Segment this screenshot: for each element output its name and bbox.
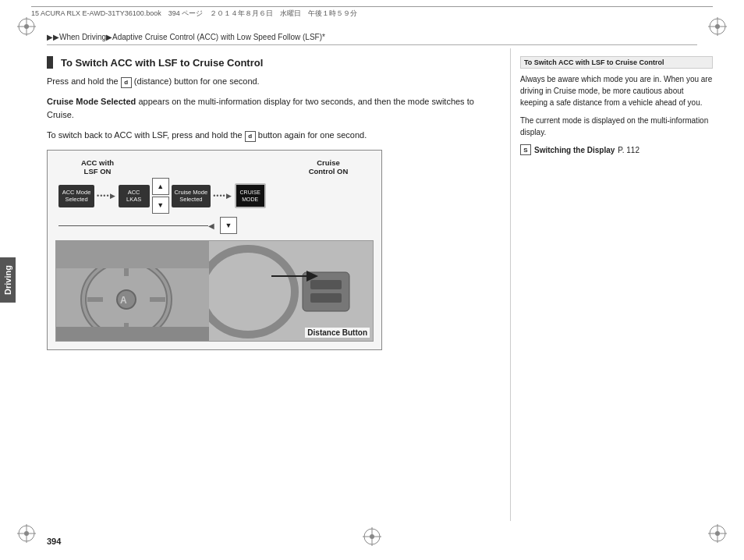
body-text-2: Cruise Mode Selected appears on the mult… xyxy=(47,95,498,122)
flow-dots-1: ••••▶ xyxy=(97,192,116,200)
photo-left: A xyxy=(56,241,228,342)
svg-point-3 xyxy=(24,24,29,29)
corner-mark-tr xyxy=(707,16,728,37)
ref-icon: S xyxy=(520,144,531,155)
flow-row: ACC Mode Selected ••••▶ ACC LKAS ▲ ▼ Cru… xyxy=(55,178,374,214)
svg-point-15 xyxy=(715,531,720,536)
distance-icon: d xyxy=(121,77,132,88)
svg-text:A: A xyxy=(120,295,127,306)
heading-bar xyxy=(47,56,53,69)
distance-button-label: Distance Button xyxy=(305,328,370,338)
file-info-bar: 15 ACURA RLX E-AWD-31TY36100.book 394 ペー… xyxy=(31,6,713,19)
diagram-box: ACC with LSF ON Cruise Control ON ACC Mo… xyxy=(47,150,382,350)
back-arrow-row: ◀ ▼ xyxy=(55,217,374,234)
flow-dots-2: ••••▶ xyxy=(213,192,232,200)
photo-right: Distance Button xyxy=(209,241,373,342)
svg-rect-25 xyxy=(56,241,228,268)
corner-mark-tl xyxy=(16,16,37,37)
breadcrumb: ▶▶When Driving▶Adaptive Cruise Control (… xyxy=(47,33,697,45)
left-column: To Switch ACC with LSF to Cruise Control… xyxy=(47,48,498,521)
right-panel-para2: The current mode is displayed on the mul… xyxy=(520,115,713,138)
section-heading: To Switch ACC with LSF to Cruise Control xyxy=(47,56,498,69)
flow-box-1: ACC Mode Selected xyxy=(58,185,94,208)
svg-rect-26 xyxy=(56,327,228,342)
corner-mark-bl xyxy=(16,523,37,544)
diagram-label-right: Cruise Control ON xyxy=(289,158,367,175)
flow-box-3: Cruise Mode Selected xyxy=(172,185,211,208)
flow-box-2: ACC LKAS xyxy=(119,185,150,208)
ref-link: S Switching the Display P. 112 xyxy=(520,144,713,155)
sidebar-driving-tab: Driving xyxy=(0,257,16,303)
section-heading-text: To Switch ACC with LSF to Cruise Control xyxy=(61,57,263,69)
icon-middle-section: ▲ ▼ xyxy=(152,178,169,214)
back-icon-box: ▼ xyxy=(220,217,237,234)
svg-point-11 xyxy=(24,531,29,536)
svg-point-37 xyxy=(370,534,374,539)
bottom-center-mark xyxy=(361,526,383,549)
down-icon-box: ▼ xyxy=(152,197,169,214)
file-info-text: 15 ACURA RLX E-AWD-31TY36100.book 394 ペー… xyxy=(31,9,357,19)
main-content: To Switch ACC with LSF to Cruise Control… xyxy=(47,48,713,521)
diagram-label-row: ACC with LSF ON Cruise Control ON xyxy=(55,158,374,175)
corner-mark-br xyxy=(707,523,728,544)
right-panel-para1: Always be aware which mode you are in. W… xyxy=(520,73,713,108)
svg-marker-33 xyxy=(306,271,318,282)
right-column: To Switch ACC with LSF to Cruise Control… xyxy=(510,48,713,521)
photo-area: A xyxy=(55,240,374,342)
ref-label: Switching the Display xyxy=(534,146,615,154)
button-icon-inline: d xyxy=(245,131,256,142)
diagram-label-left: ACC with LSF ON xyxy=(58,158,136,175)
cruise-mode-selected-text: Cruise Mode Selected xyxy=(47,97,136,106)
body-text-3: To switch back to ACC with LSF, press an… xyxy=(47,129,498,143)
back-arrow-line: ◀ xyxy=(58,221,214,230)
svg-point-7 xyxy=(715,24,720,29)
page-number: 394 xyxy=(47,537,61,546)
svg-rect-31 xyxy=(310,293,342,303)
body-text-1: Press and hold the d (distance) button f… xyxy=(47,75,498,89)
right-panel-heading: To Switch ACC with LSF to Cruise Control xyxy=(520,56,713,69)
flow-box-4: CRUISE MODE xyxy=(235,183,266,208)
ref-page: P. 112 xyxy=(618,146,639,154)
up-icon-box: ▲ xyxy=(152,178,169,195)
